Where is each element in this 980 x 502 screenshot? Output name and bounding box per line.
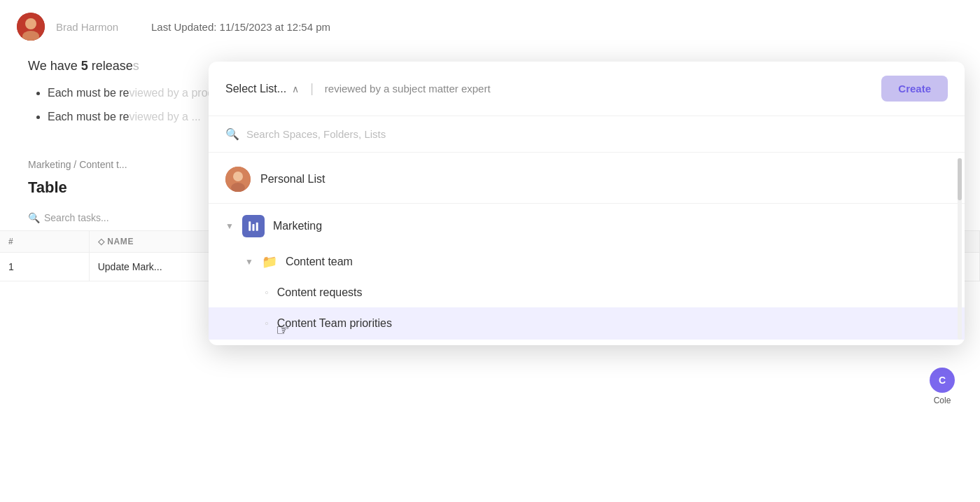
dropdown-list: Personal List ▼ Marketing ▼ 📁 Content te… — [209, 153, 965, 345]
svg-rect-8 — [256, 223, 258, 231]
col-name-label: NAME — [107, 237, 134, 246]
chevron-up-icon: ∧ — [292, 83, 299, 95]
search-icon: 🔍 — [28, 212, 40, 223]
name-icon: ◇ — [98, 237, 105, 246]
search-tasks[interactable]: 🔍 Search tasks... — [28, 212, 109, 223]
content-team-chevron-icon: ▼ — [245, 257, 253, 267]
personal-avatar — [225, 167, 251, 192]
scrollbar-thumb[interactable] — [958, 158, 962, 200]
separator: | — [310, 81, 314, 96]
personal-list-item[interactable]: Personal List — [209, 158, 965, 200]
content-requests-dot-icon: ◦ — [265, 286, 269, 299]
personal-list-label: Personal List — [260, 173, 326, 186]
folder-icon: 📁 — [262, 254, 277, 270]
search-tasks-placeholder: Search tasks... — [44, 212, 109, 223]
row-num: 1 — [0, 253, 89, 281]
content-team-priorities-dot-icon: ◦ — [265, 317, 269, 330]
dropdown-overlay: Select List... ∧ | reviewed by a subject… — [209, 62, 965, 345]
cole-circle: C — [930, 368, 955, 393]
col-hash: # — [0, 231, 89, 253]
user-name: Brad Harmon — [56, 21, 140, 33]
cole-avatar: C Cole — [904, 363, 980, 410]
dropdown-search-icon: 🔍 — [225, 127, 239, 141]
scrollbar[interactable] — [958, 158, 962, 340]
dropdown-topbar: Select List... ∧ | reviewed by a subject… — [209, 62, 965, 116]
dropdown-search: 🔍 Search Spaces, Folders, Lists — [209, 116, 965, 153]
content-team-label: Content team — [286, 256, 353, 268]
svg-point-1 — [25, 18, 36, 29]
svg-point-4 — [233, 172, 243, 181]
cole-label: Cole — [934, 396, 951, 405]
select-list-label: Select List... — [225, 83, 286, 95]
last-updated: Last Updated: 11/15/2023 at 12:54 pm — [151, 21, 330, 33]
svg-rect-7 — [252, 224, 254, 231]
header: Brad Harmon Last Updated: 11/15/2023 at … — [0, 0, 980, 53]
marketing-chevron-icon: ▼ — [225, 221, 234, 231]
marketing-section-header[interactable]: ▼ Marketing — [209, 207, 965, 246]
dropdown-search-placeholder: Search Spaces, Folders, Lists — [246, 128, 386, 140]
select-list-btn[interactable]: Select List... ∧ — [225, 83, 299, 95]
content-team-priorities-item[interactable]: ◦ Content Team priorities — [209, 307, 965, 340]
content-team-header[interactable]: ▼ 📁 Content team — [209, 246, 965, 278]
section-divider — [209, 203, 965, 204]
marketing-icon — [242, 215, 265, 237]
content-requests-label: Content requests — [277, 286, 363, 299]
marketing-label: Marketing — [273, 220, 322, 232]
create-button[interactable]: Create — [881, 76, 948, 102]
content-requests-item[interactable]: ◦ Content requests — [209, 278, 965, 307]
avatar — [17, 13, 45, 41]
reviewed-text: reviewed by a subject matter expert — [325, 83, 881, 95]
svg-rect-6 — [248, 221, 251, 231]
content-team-priorities-label: Content Team priorities — [277, 317, 392, 330]
